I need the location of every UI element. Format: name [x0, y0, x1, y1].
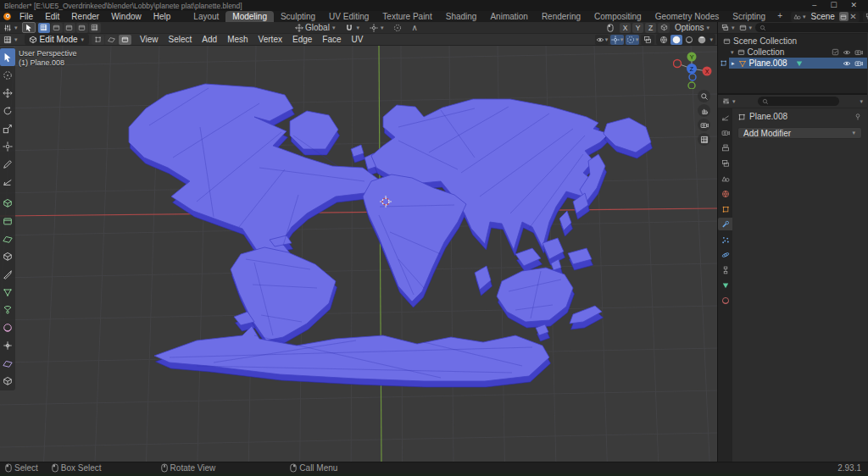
tab-scene[interactable]: [718, 172, 732, 185]
scene-name[interactable]: Scene: [807, 12, 839, 21]
menu-window[interactable]: Window: [105, 11, 147, 22]
tool-select-box[interactable]: [0, 48, 15, 66]
select-mode-subtract[interactable]: [64, 23, 75, 33]
view-layer-selector[interactable]: ▾ View Layer: [863, 12, 868, 22]
outliner-search[interactable]: [755, 23, 868, 32]
snap-individual-icon[interactable]: [658, 23, 670, 33]
transform-orientation-dropdown[interactable]: Global ▾: [292, 22, 339, 33]
outliner-search-input[interactable]: [769, 24, 868, 32]
snap-target-dropdown[interactable]: ▾: [366, 22, 388, 33]
tool-annotate[interactable]: [0, 155, 15, 173]
pin-icon[interactable]: [854, 113, 862, 121]
tool-rotate[interactable]: [0, 102, 15, 119]
perspective-toggle-icon[interactable]: [698, 133, 710, 146]
menu-select[interactable]: Select: [164, 34, 198, 46]
tool-settings-icon[interactable]: ▾: [0, 22, 22, 33]
face-select-button[interactable]: [119, 35, 131, 45]
gizmos-toggle[interactable]: ▾: [610, 35, 624, 45]
minimize-button[interactable]: –: [812, 0, 816, 11]
close-button[interactable]: ✕: [850, 0, 857, 11]
tool-measure[interactable]: [0, 173, 15, 191]
tool-transform[interactable]: [0, 137, 15, 155]
tool-bevel[interactable]: [0, 230, 15, 247]
tab-world[interactable]: [718, 187, 732, 200]
outliner-editor-dropdown[interactable]: ▾: [721, 22, 737, 33]
menu-view[interactable]: View: [135, 34, 164, 46]
tab-tool[interactable]: [718, 111, 732, 124]
proportional-editing-toggle[interactable]: [390, 22, 405, 33]
edge-select-button[interactable]: [105, 35, 118, 45]
xray-toggle[interactable]: [641, 35, 654, 45]
navigation-gizmo[interactable]: Y Z X: [673, 48, 712, 89]
tool-scale[interactable]: [0, 119, 15, 137]
menu-render[interactable]: Render: [65, 11, 105, 22]
tool-spin[interactable]: [0, 301, 15, 318]
outliner-row-plane008[interactable]: ▸ Plane.008: [729, 58, 867, 69]
tab-modifiers[interactable]: [718, 218, 732, 230]
pan-icon[interactable]: [698, 104, 710, 117]
workspace-tab-compositing[interactable]: Compositing: [587, 11, 648, 22]
zoom-icon[interactable]: [698, 90, 710, 102]
select-mode-extend[interactable]: [51, 23, 63, 33]
workspace-tab-modeling[interactable]: Modeling: [225, 11, 274, 22]
properties-options-icon[interactable]: ▾: [859, 98, 864, 105]
tool-inset-faces[interactable]: [0, 212, 15, 230]
select-mode-intersect[interactable]: [89, 23, 101, 33]
menu-mesh[interactable]: Mesh: [222, 34, 253, 46]
blender-logo-icon[interactable]: [3, 12, 12, 21]
shading-material-button[interactable]: [683, 35, 695, 45]
tool-cursor[interactable]: [0, 66, 15, 84]
outliner-row-scene-collection[interactable]: Scene Collection: [718, 36, 867, 47]
add-modifier-dropdown[interactable]: Add Modifier ▾: [737, 127, 862, 139]
viewport-canvas[interactable]: [0, 46, 717, 462]
mirror-z-toggle[interactable]: Z: [645, 23, 656, 33]
properties-search[interactable]: [758, 97, 839, 106]
tab-object-data[interactable]: [718, 279, 732, 291]
properties-search-input[interactable]: [771, 97, 835, 106]
show-hide-dropdown[interactable]: ▾: [595, 35, 609, 45]
scene-selector[interactable]: ▾ Scene ✕: [791, 12, 860, 22]
editor-type-dropdown[interactable]: ▾: [0, 34, 22, 45]
proportional-falloff-icon[interactable]: ∧: [408, 22, 420, 33]
workspace-tab-animation[interactable]: Animation: [483, 11, 534, 22]
outliner-display-mode-dropdown[interactable]: ▾: [738, 22, 754, 33]
collection-render-camera-icon[interactable]: [854, 48, 863, 57]
workspace-tab-rendering[interactable]: Rendering: [535, 11, 587, 22]
menu-edge[interactable]: Edge: [287, 34, 317, 46]
workspace-tab-geometry-nodes[interactable]: Geometry Nodes: [648, 11, 726, 22]
shading-wireframe-button[interactable]: [658, 35, 670, 45]
tab-constraints[interactable]: [718, 263, 732, 276]
menu-add[interactable]: Add: [197, 34, 222, 46]
unlink-scene-icon[interactable]: ✕: [849, 12, 858, 21]
tab-output[interactable]: [718, 141, 732, 154]
shading-rendered-button[interactable]: [696, 35, 708, 45]
collection-hide-eye-icon[interactable]: [843, 48, 851, 57]
workspace-tab-shading[interactable]: Shading: [439, 11, 484, 22]
tool-shear[interactable]: [0, 354, 15, 372]
tab-physics[interactable]: [718, 248, 732, 261]
overlays-toggle[interactable]: ▾: [626, 35, 639, 45]
new-scene-icon[interactable]: [839, 12, 849, 21]
collection-expand-icon[interactable]: ▾: [730, 49, 735, 56]
3d-viewport[interactable]: User Perspective (1) Plane.008: [0, 46, 717, 462]
select-mode-new[interactable]: [38, 23, 50, 33]
tool-smooth[interactable]: [0, 318, 15, 336]
menu-file[interactable]: File: [14, 11, 39, 22]
mode-selector[interactable]: Edit Mode ▾: [25, 34, 90, 45]
tool-move[interactable]: [0, 84, 15, 102]
menu-vertex[interactable]: Vertex: [253, 34, 287, 46]
workspace-tab-texture-paint[interactable]: Texture Paint: [376, 11, 438, 22]
maximize-button[interactable]: ☐: [830, 0, 837, 11]
shading-solid-button[interactable]: [670, 35, 682, 45]
mirror-y-toggle[interactable]: Y: [632, 23, 643, 33]
menu-face[interactable]: Face: [317, 34, 346, 46]
tab-material[interactable]: [718, 294, 732, 307]
menu-edit[interactable]: Edit: [39, 11, 65, 22]
tool-extrude-region[interactable]: [0, 194, 15, 212]
workspace-tab-layout[interactable]: Layout: [186, 11, 225, 22]
tool-loop-cut[interactable]: [0, 247, 15, 265]
workspace-tab-uv-editing[interactable]: UV Editing: [322, 11, 376, 22]
active-tool-button[interactable]: [22, 22, 36, 33]
vertex-select-button[interactable]: [92, 35, 104, 45]
mirror-x-toggle[interactable]: X: [620, 23, 631, 33]
